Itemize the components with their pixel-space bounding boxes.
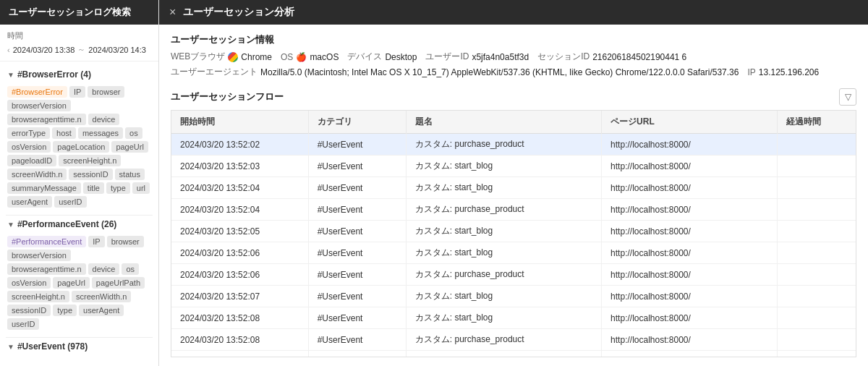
table-row[interactable]: 2024/03/20 13:52:04#UserEventカスタム: start… <box>171 177 856 199</box>
table-row[interactable]: 2024/03/20 13:52:09#UserEventカスタム: start… <box>171 351 856 358</box>
table-row[interactable]: 2024/03/20 13:52:06#UserEventカスタム: start… <box>171 242 856 264</box>
category-name: #PerformanceEvent (26) <box>17 219 116 229</box>
col-header-url: ページURL <box>602 111 778 134</box>
cell-category: #UserEvent <box>308 329 406 351</box>
tag[interactable]: summaryMessage <box>7 182 81 194</box>
table-row[interactable]: 2024/03/20 13:52:08#UserEventカスタム: start… <box>171 307 856 329</box>
device-info: デバイス Desktop <box>347 51 417 63</box>
cell-elapsed <box>778 307 856 329</box>
tag[interactable]: host <box>52 127 76 139</box>
tag[interactable]: url <box>132 182 150 194</box>
table-row[interactable]: 2024/03/20 13:52:03#UserEventカスタム: start… <box>171 156 856 177</box>
tag[interactable]: browseragenttime.n <box>7 114 86 125</box>
col-header-subject: 題名 <box>406 111 601 134</box>
tag[interactable]: userAgent <box>7 196 52 208</box>
tag[interactable]: type <box>53 305 77 316</box>
modal-title: ユーザーセッション分析 <box>183 6 294 19</box>
tag[interactable]: userID <box>54 196 86 208</box>
ip-info: IP 13.125.196.206 <box>747 67 819 77</box>
close-button[interactable]: × <box>169 6 176 19</box>
tag[interactable]: browseragenttime.n <box>7 263 86 275</box>
tag[interactable]: os <box>125 127 142 139</box>
session-info-section: ユーザーセッション情報 WEBブラウザ Chrome OS 🍎 macOS デバ… <box>171 33 856 81</box>
category-header[interactable]: ▼#PerformanceEvent (26) <box>6 215 153 233</box>
tag[interactable]: screenWidth.n <box>7 169 67 180</box>
cell-time: 2024/03/20 13:52:08 <box>171 329 308 351</box>
tag[interactable]: pageUrlPath <box>92 277 145 289</box>
category-header[interactable]: ▼#BrowserError (4) <box>6 66 153 83</box>
cell-elapsed <box>778 242 856 264</box>
filter-icon: ▽ <box>845 92 851 102</box>
tag[interactable]: device <box>88 263 120 275</box>
tag[interactable]: browserVersion <box>7 100 71 111</box>
table-row[interactable]: 2024/03/20 13:52:06#UserEventカスタム: purch… <box>171 264 856 286</box>
col-header-category: カテゴリ <box>308 111 406 134</box>
cell-time: 2024/03/20 13:52:04 <box>171 199 308 221</box>
cell-url: http://localhost:8000/ <box>602 177 778 199</box>
cell-elapsed <box>778 156 856 177</box>
cell-elapsed <box>778 134 856 156</box>
modal-body: ユーザーセッション情報 WEBブラウザ Chrome OS 🍎 macOS デバ… <box>159 25 868 366</box>
cell-category: #UserEvent <box>308 286 406 307</box>
cell-subject: カスタム: start_blog <box>406 351 601 358</box>
tag[interactable]: os <box>122 263 139 275</box>
time-to: 2024/03/20 14:3 <box>88 46 146 54</box>
tag[interactable]: device <box>88 114 120 125</box>
tag[interactable]: messages <box>78 127 123 139</box>
tag[interactable]: userAgent <box>79 305 124 316</box>
cell-elapsed <box>778 264 856 286</box>
tag[interactable]: userID <box>7 318 39 330</box>
tag[interactable]: screenHeight.n <box>7 291 69 302</box>
category-header[interactable]: ▼#UserEvent (978) <box>6 337 153 355</box>
cell-elapsed <box>778 221 856 242</box>
chevron-down-icon: ▼ <box>7 343 14 351</box>
table-row[interactable]: 2024/03/20 13:52:02#UserEventカスタム: purch… <box>171 134 856 156</box>
tag[interactable]: browserVersion <box>7 250 71 261</box>
cell-url: http://localhost:8000/ <box>602 264 778 286</box>
left-content: ▼#BrowserError (4)#BrowserErrorIPbrowser… <box>0 61 158 366</box>
tag[interactable]: osVersion <box>7 141 51 153</box>
tag[interactable]: IP <box>88 236 104 247</box>
tag[interactable]: sessionID <box>7 305 51 316</box>
tag[interactable]: IP <box>69 86 85 98</box>
cell-url: http://localhost:8000/ <box>602 329 778 351</box>
time-range: ‹ 2024/03/20 13:38 ～ 2024/03/20 14:3 <box>7 44 151 55</box>
device-label: デバイス <box>347 51 382 63</box>
table-row[interactable]: 2024/03/20 13:52:05#UserEventカスタム: start… <box>171 221 856 242</box>
browser-info: WEBブラウザ Chrome <box>171 51 272 63</box>
tag[interactable]: pageloadID <box>7 155 56 166</box>
tag[interactable]: pageUrl <box>53 277 90 289</box>
time-label: 時間 <box>7 30 151 41</box>
chevron-down-icon: ▼ <box>7 221 14 229</box>
tag[interactable]: osVersion <box>7 277 51 289</box>
tag[interactable]: sessionID <box>69 169 112 180</box>
filter-button[interactable]: ▽ <box>839 88 856 106</box>
tag[interactable]: browser <box>107 236 144 247</box>
table-row[interactable]: 2024/03/20 13:52:08#UserEventカスタム: purch… <box>171 329 856 351</box>
chrome-icon <box>228 52 238 62</box>
cell-url: http://localhost:8000/ <box>602 221 778 242</box>
tag[interactable]: title <box>83 182 104 194</box>
tag[interactable]: status <box>115 169 145 180</box>
tag[interactable]: pageUrl <box>111 141 148 153</box>
cell-subject: カスタム: start_blog <box>406 156 601 177</box>
tag[interactable]: #PerformanceEvent <box>7 236 86 247</box>
tag[interactable]: #BrowserError <box>7 86 67 98</box>
tag[interactable]: screenWidth.n <box>72 291 131 302</box>
tag[interactable]: pageLocation <box>53 141 109 153</box>
time-from: 2024/03/20 13:38 <box>13 46 75 54</box>
flow-table: 開始時間 カテゴリ 題名 ページURL 経過時間 2024/03/20 13:5… <box>171 111 856 357</box>
table-row[interactable]: 2024/03/20 13:52:04#UserEventカスタム: purch… <box>171 199 856 221</box>
cell-elapsed <box>778 351 856 358</box>
cell-subject: カスタム: purchase_product <box>406 134 601 156</box>
cell-time: 2024/03/20 13:52:04 <box>171 177 308 199</box>
tag[interactable]: errorType <box>7 127 50 139</box>
col-header-time: 開始時間 <box>171 111 308 134</box>
tag[interactable]: browser <box>88 86 124 98</box>
table-row[interactable]: 2024/03/20 13:52:07#UserEventカスタム: start… <box>171 286 856 307</box>
tag[interactable]: screenHeight.n <box>59 155 121 166</box>
tag[interactable]: type <box>106 182 130 194</box>
time-section: 時間 ‹ 2024/03/20 13:38 ～ 2024/03/20 14:3 <box>0 25 158 61</box>
flow-table-body: 2024/03/20 13:52:02#UserEventカスタム: purch… <box>171 134 856 358</box>
chevron-left-icon[interactable]: ‹ <box>7 46 10 54</box>
